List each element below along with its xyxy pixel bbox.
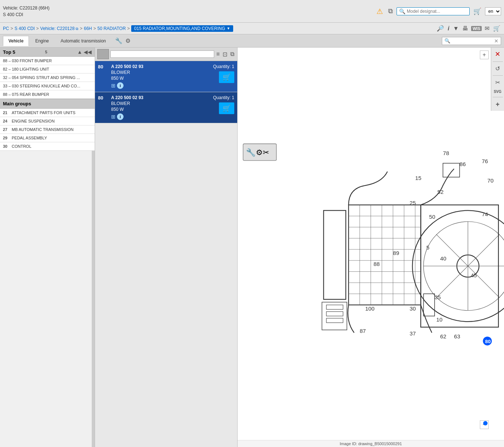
tab-automatic-transmission[interactable]: Automatic transmission [55,36,111,46]
rt-svg-btn[interactable]: SVG [493,89,503,95]
rt-divider-3 [493,97,503,97]
rt-divider-1 [493,61,503,62]
bc-50rad[interactable]: 50 RADIATOR [98,26,126,31]
top5-collapse-btn[interactable]: ▲ [77,49,82,55]
tab-wrench-icon-btn[interactable]: 🔧 [114,37,123,45]
model-search-input[interactable] [407,9,465,14]
svg-text:78: 78 [443,150,449,156]
rt-zoomin-btn[interactable]: + [494,99,501,109]
top5-item-4[interactable]: 33 – 030 STEERING KNUCKLE AND CO... [0,82,95,90]
top5-count: 5 [45,50,47,54]
svg-text:🔧⚙✂: 🔧⚙✂ [246,148,269,157]
svg-text:10: 10 [436,316,443,323]
wis-icon-btn[interactable]: WIS [471,26,482,31]
bc-cart-btn[interactable]: 🛒 [492,24,501,33]
top5-shrink-btn[interactable]: ◀◀ [84,49,92,55]
parts-search-input[interactable] [110,50,214,58]
bc-s400[interactable]: S 400 CDI [15,26,35,31]
bc-sep-4: > [94,26,96,31]
part-name-2: BLOWER [111,101,210,106]
parts-expand-btn[interactable]: ⊡ [222,50,228,59]
mg-label-27: MB AUTOMATIC TRANSMISSION [12,127,73,132]
mg-num-29: 29 [3,136,12,140]
part-cart-btn-2[interactable]: 🛒 [219,102,234,114]
part-info-btn-2[interactable]: i [117,113,124,120]
part-info-btn-1[interactable]: i [117,82,124,89]
parts-copy-btn[interactable]: ⧉ [230,50,235,58]
copy-button[interactable]: ⧉ [387,6,394,16]
image-panel: ✕ ↺ ✂ SVG + 🔧⚙✂ 78 86 [238,48,504,447]
part-num-2: 80 [98,95,108,101]
blue-dot-indicator [483,421,488,425]
language-select[interactable]: en de fr [485,7,501,15]
warning-button[interactable]: ⚠ [375,5,384,17]
parts-list: 80 A 220 500 02 93 BLOWER 850 W ⊞ i Quan… [95,61,237,447]
rt-history-btn[interactable]: ↺ [494,64,501,73]
bc-vehicle[interactable]: Vehicle: C220128 ⧉ [40,26,78,31]
cart-top-button[interactable]: 🛒 [472,6,483,17]
zoom-in-btn[interactable]: + [480,50,489,59]
svg-text:62: 62 [440,333,446,339]
tab-engine[interactable]: Engine [30,36,54,46]
parts-list-view-btn[interactable]: ≡ [216,50,220,58]
vehicle-model: S 400 CDI [3,11,49,18]
bc-dropdown-arrow: ▼ [227,26,230,30]
main-groups-label: Main groups [3,101,31,106]
bc-sep-5: > [127,26,130,31]
svg-text:50: 50 [429,214,435,220]
print-icon-btn[interactable]: 🖶 [462,25,469,33]
main-layout: Top 5 5 ▲ ◀◀ 88 – 030 FRONT BUMPER 82 – … [0,48,504,447]
parts-toolbar: ≡ ⊡ ⧉ [95,48,237,61]
part-qty-area-1: Quantity: 1 🛒 [213,64,234,83]
top5-item-2[interactable]: 82 – 180 LIGHTING UNIT [0,65,95,74]
parts-color-swatch [97,49,109,59]
rt-scissors-btn[interactable]: ✂ [494,78,501,87]
svg-text:30: 30 [410,305,416,312]
rt-close-btn[interactable]: ✕ [494,49,501,59]
image-id-bar: Image ID: drawing_B50015000291 [238,440,504,447]
part-spec-1: 850 W [111,76,210,81]
mg-num-27: 27 [3,127,12,132]
tab-search-input[interactable] [450,38,494,44]
rt-divider-2 [493,75,503,76]
mg-item-30[interactable]: 30 CONTROL [0,142,95,151]
tab-vehicle[interactable]: Vehicle [3,36,29,46]
top5-item-3[interactable]: 32 – 054 SPRING STRUT AND SPRING ... [0,74,95,82]
bc-sep-3: > [80,26,82,31]
top5-item-1[interactable]: 88 – 030 FRONT BUMPER [0,57,95,65]
mg-label-29: PEDAL ASSEMBLY [12,136,47,140]
part-cart-btn-1[interactable]: 🛒 [219,71,234,83]
svg-text:87: 87 [360,328,366,334]
breadcrumb: PC > S 400 CDI > Vehicle: C220128 ⧉ > 66… [3,25,233,32]
svg-text:70: 70 [487,177,493,184]
mg-item-21[interactable]: 21 ATTACHMENT PARTS FOR UNITS [0,109,95,117]
info-icon-btn[interactable]: i [447,25,450,33]
bc-sep-1: > [11,26,13,31]
svg-text:15: 15 [415,175,421,181]
mg-item-29[interactable]: 29 PEDAL ASSEMBLY [0,134,95,142]
svg-text:37: 37 [410,330,416,337]
diagram-svg: 🔧⚙✂ 78 86 76 70 15 52 25 50 74 [238,48,504,440]
vehicle-info: Vehicle: C220128 (66H) S 400 CDI [3,5,49,18]
mg-num-30: 30 [3,144,12,149]
part-code-1: A 220 500 02 93 [111,64,210,69]
filter-icon-btn[interactable]: ▼ [452,25,459,33]
part-table-btn-2[interactable]: ⊞ [111,113,115,120]
tab-search-clear-btn[interactable]: ✕ [494,38,499,44]
bc-66h[interactable]: 66H [84,26,92,31]
svg-text:88: 88 [374,261,380,267]
bc-pc[interactable]: PC [3,26,9,31]
parts-panel: ≡ ⊡ ⧉ 80 A 220 500 02 93 BLOWER 850 W ⊞ … [95,48,238,447]
svg-text:89: 89 [393,250,399,256]
mg-item-27[interactable]: 27 MB AUTOMATIC TRANSMISSION [0,125,95,134]
top5-item-5[interactable]: 88 – 075 REAR BUMPER [0,90,95,99]
diagram-area: 🔧⚙✂ 78 86 76 70 15 52 25 50 74 [238,48,504,440]
right-toolbar: ✕ ↺ ✂ SVG + [491,48,504,111]
mg-num-24: 24 [3,119,12,123]
zoom-icon-btn[interactable]: 🔎 [436,24,445,33]
mg-item-24[interactable]: 24 ENGINE SUSPENSION [0,117,95,125]
bc-current[interactable]: 015 RADIATOR,MOUNTING,AND COVERING ▼ [131,25,233,32]
part-table-btn-1[interactable]: ⊞ [111,82,115,89]
tab-settings-icon-btn[interactable]: ⚙ [125,37,131,45]
mail-icon-btn[interactable]: ✉ [484,24,490,33]
